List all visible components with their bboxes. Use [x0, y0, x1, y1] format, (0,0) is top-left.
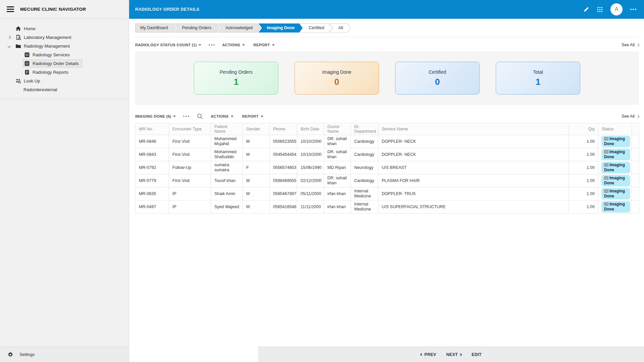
search-icon[interactable]	[197, 113, 203, 120]
sidebar-item-label: Radorderexternal	[23, 87, 57, 92]
sidebar-item-label: Radiology Management	[24, 44, 70, 49]
see-all-link[interactable]: See All	[622, 43, 639, 47]
more-options-icon[interactable]	[209, 44, 215, 46]
sidebar-item-radiology-management[interactable]: Radiology Management	[0, 42, 129, 50]
cell-phone: 0556574653	[270, 161, 297, 174]
cell-mr_no: MR-0846	[136, 135, 169, 148]
cell-birth_date: 10/10/2000	[297, 135, 324, 148]
chevron-down-icon	[199, 44, 201, 46]
chevron-left-icon	[420, 353, 423, 356]
edit-pencil-icon[interactable]	[583, 6, 589, 13]
tab-certified[interactable]: Certified	[300, 23, 332, 33]
column-header-patient_name[interactable]: Patient Name	[211, 123, 243, 135]
more-ellipsis-icon[interactable]	[630, 8, 637, 10]
sidebar-item-inner: Radiology Reports	[24, 69, 68, 75]
radiology-scan-icon	[24, 61, 30, 66]
sidebar-item-radorderexternal[interactable]: Radorderexternal	[0, 85, 129, 94]
table-row[interactable]: MR-0792Follow-Upsumaira sumairaF05565746…	[136, 161, 639, 174]
tab-pending-orders[interactable]: Pending Orders	[174, 23, 220, 33]
column-header-service_name[interactable]: Service Name	[378, 123, 569, 135]
actions-button[interactable]: ACTIONS	[211, 114, 233, 118]
cell-doctor_name: irfan khan	[324, 200, 351, 214]
cell-encounter_type: First Visit	[169, 148, 211, 161]
tab-acknowledged[interactable]: Acknowledged	[217, 23, 261, 33]
sidebar-item-laboratory-management[interactable]: Laboratory Management	[0, 33, 129, 42]
actions-button[interactable]: ACTIONS	[222, 43, 245, 47]
cell-service_name: U/S BREAST	[378, 161, 569, 174]
cell-patient_name: Tousif khan	[211, 174, 243, 187]
chevron-right-icon	[636, 43, 640, 47]
column-header-doctor_name[interactable]: Doctor Name	[324, 123, 351, 135]
chevron-right-icon[interactable]	[8, 36, 11, 39]
cell-patient_name: Syed Wajeed	[211, 200, 243, 214]
table-row[interactable]: MR-0843First VisitMohammed ShafiuddinM05…	[136, 148, 639, 161]
column-header-encounter_type[interactable]: Encounter Type	[169, 123, 211, 135]
settings-label[interactable]: Settings	[19, 352, 35, 357]
film-icon	[604, 149, 609, 154]
tab-all[interactable]: All	[330, 23, 351, 33]
column-header-birth_date[interactable]: Birth Date	[297, 123, 324, 135]
cell-qty: 1.00	[569, 200, 598, 214]
status-card-certified[interactable]: Certified0	[395, 62, 480, 95]
cell-doctor_name: DR. sohail khan	[324, 174, 351, 187]
column-header-dr_department[interactable]: Dr. Department	[351, 123, 378, 135]
apps-grid-icon[interactable]	[597, 6, 603, 13]
status-card-pending-orders[interactable]: Pending Orders1	[194, 62, 278, 95]
cell-phone: 0545454454	[270, 148, 297, 161]
more-options-icon[interactable]	[183, 116, 189, 117]
tab-my-dashboard[interactable]: My DashBoard	[135, 23, 176, 33]
table-row[interactable]: MR-0497IPSyed WajeedM056541654811/11/200…	[136, 200, 639, 214]
sidebar-item-radiology-services[interactable]: Radiology Services	[0, 50, 129, 59]
cell-spacer	[632, 200, 639, 214]
next-button[interactable]: NEXT	[446, 352, 462, 357]
sidebar-item-home[interactable]: Home	[0, 24, 129, 33]
table-body: MR-0846First VisitMohammed MujahidM05565…	[136, 135, 639, 214]
status-badge: Imaging Done	[601, 188, 630, 199]
status-badge: Imaging Done	[601, 201, 630, 213]
sidebar-item-radiology-reports[interactable]: Radiology Reports	[0, 68, 129, 76]
sidebar-item-inner: Radiology Services	[24, 52, 70, 58]
sidebar-item-label: Home	[24, 26, 36, 31]
report-button[interactable]: REPORT	[254, 43, 275, 47]
column-header-mr_no[interactable]: MR No.	[136, 123, 169, 135]
sidebar-item-inner: Home	[15, 26, 36, 32]
table-row[interactable]: MR-0846First VisitMohammed MujahidM05565…	[136, 135, 639, 148]
avatar[interactable]: A	[610, 3, 623, 15]
cell-doctor_name: DR. sohail khan	[324, 135, 351, 148]
column-header-status[interactable]: Status	[598, 123, 632, 135]
home-icon	[15, 26, 21, 32]
status-card-imaging-done[interactable]: Imaging Done0	[294, 62, 379, 95]
status-card-label: Imaging Done	[322, 69, 351, 75]
column-header-phone[interactable]: Phone	[270, 123, 297, 135]
sidebar-header: MECURE CLINIC NAVIGATOR	[0, 0, 129, 19]
report-button[interactable]: REPORT	[242, 114, 263, 118]
column-header-qty[interactable]: Qty	[569, 123, 598, 135]
cell-phone: 0565467897	[270, 187, 297, 200]
table-row[interactable]: MR-0779First VisitTousif khanM0598489555…	[136, 174, 639, 187]
film-icon	[604, 176, 609, 180]
cell-patient_name: sumaira sumaira	[211, 161, 243, 174]
sidebar-item-look-up[interactable]: Look Up	[0, 76, 129, 85]
chevron-down-icon[interactable]	[8, 44, 11, 48]
orders-section-title[interactable]: IMAGING DONE (6)	[135, 114, 176, 118]
hamburger-menu-icon[interactable]	[7, 6, 14, 12]
status-card-total[interactable]: Total1	[496, 62, 580, 95]
status-card-value: 0	[435, 77, 440, 87]
status-toolbar: RADIOLOGY STATUS COUNT (1) ACTIONS REPOR…	[135, 43, 639, 47]
status-section-title[interactable]: RADIOLOGY STATUS COUNT (1)	[135, 43, 201, 47]
cell-mr_no: MR-0779	[136, 174, 169, 187]
prev-button[interactable]: PREV	[421, 352, 436, 357]
sidebar-item-label: Radiology Order Details	[33, 61, 79, 66]
sidebar-item-radiology-order-details[interactable]: Radiology Order Details	[0, 59, 129, 68]
gear-icon[interactable]	[7, 352, 13, 358]
table-row[interactable]: MR-0635IPShaik AminM056546789705/11/2000…	[136, 187, 639, 200]
cell-birth_date: 02/12/2000	[297, 174, 324, 187]
edit-button[interactable]: EDIT	[472, 352, 482, 357]
tab-imaging-done[interactable]: Imaging Done	[259, 23, 303, 33]
cell-doctor_name: irfan khan	[324, 187, 351, 200]
column-header-gender[interactable]: Gender	[243, 123, 270, 135]
cell-dr_department: Cardiology	[351, 135, 378, 148]
cell-birth_date: 05/11/2000	[297, 187, 324, 200]
see-all-link[interactable]: See All	[622, 114, 639, 119]
chevron-down-icon	[272, 44, 275, 46]
